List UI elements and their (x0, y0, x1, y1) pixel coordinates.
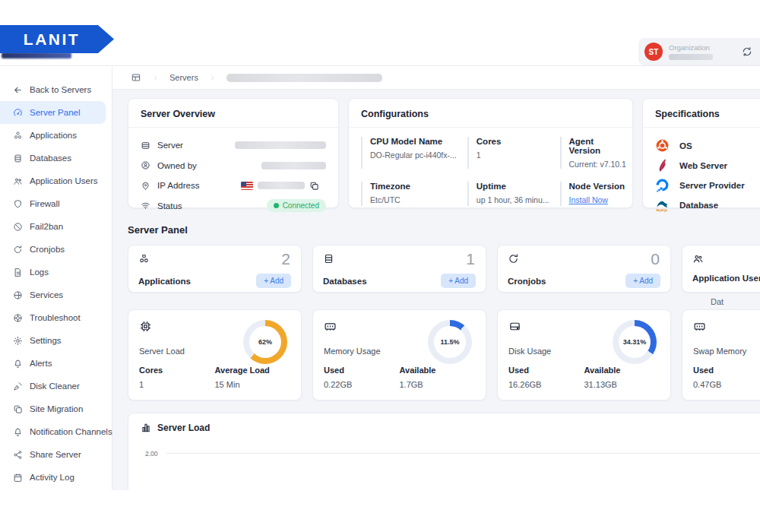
brand-logo-banner[interactable]: LANIT (0, 25, 114, 53)
sidebar-item-services[interactable]: Services (0, 283, 112, 306)
bar-chart-icon (141, 423, 151, 433)
panel-card-databases[interactable]: 1 Databases + Add (312, 245, 486, 293)
overview-row-status: Status Connected (141, 196, 326, 217)
panel-card-applications[interactable]: 2 Applications + Add (128, 245, 302, 293)
cpu-chip-icon (139, 320, 152, 333)
config-cpu-model: CPU Model Name DO-Regular pc-i440fx-... (361, 137, 457, 169)
sidebar-item-alerts[interactable]: Alerts (0, 352, 112, 375)
organization-switcher[interactable]: ST Organization (638, 38, 760, 65)
refresh-icon[interactable] (742, 46, 752, 57)
add-cronjob-button[interactable]: + Add (625, 274, 660, 288)
ram-icon (324, 320, 337, 333)
spec-row-os: OS (655, 136, 760, 155)
specifications-title: Specifications (655, 109, 760, 119)
share-icon (13, 450, 23, 460)
sidebar-item-application-users[interactable]: Application Users (0, 169, 112, 192)
sidebar-item-activity-log[interactable]: Activity Log (0, 466, 112, 489)
sidebar-item-logs[interactable]: Logs (0, 261, 112, 283)
sidebar-item-applications[interactable]: Applications (0, 124, 112, 147)
calendar-icon (13, 473, 23, 483)
gridline (166, 453, 760, 454)
globe-icon (13, 290, 23, 300)
chart-plot-area: 2.00 (141, 450, 760, 490)
config-cores: Cores 1 (467, 137, 549, 169)
spec-row-server-provider: Server Provider (655, 176, 760, 195)
sidebar-item-troubleshoot[interactable]: Troubleshoot (0, 306, 112, 329)
sidebar-item-notification-channels[interactable]: Notification Channels (0, 420, 112, 443)
sidebar-item-settings[interactable]: Settings (0, 329, 112, 352)
bell-icon (13, 427, 23, 437)
content: Server Overview Server Owned by (128, 98, 760, 490)
shield-icon (13, 199, 23, 209)
clipped-data-label: Dat (711, 297, 724, 306)
overview-row-owned-by: Owned by (141, 156, 326, 176)
panel-card-cronjobs[interactable]: 0 Cronjobs + Add (497, 245, 671, 293)
overview-row-server: Server (141, 135, 326, 156)
apache-icon (655, 158, 670, 173)
install-now-link[interactable]: Install Now (569, 195, 608, 204)
sidebar-item-site-migration[interactable]: Site Migration (0, 397, 112, 420)
server-dashboard-page: LANIT ST Organization Back to Servers Se… (0, 0, 760, 532)
redacted-server-name (226, 74, 382, 82)
spec-row-database: MySQL Database (655, 195, 760, 214)
arrow-left-icon (13, 85, 23, 95)
chevron-right-icon (152, 74, 159, 81)
lifebuoy-icon (13, 313, 23, 323)
refresh-icon (508, 253, 519, 264)
disk-usage-donut: 34.31% (613, 320, 657, 364)
main-content: Servers Server Overview Server (112, 66, 760, 490)
gear-icon (13, 336, 23, 346)
server-load-card: Server Load 62% Cores 1 Average Load 1 (128, 309, 302, 401)
grid-icon[interactable] (131, 72, 141, 83)
person-icon (141, 160, 150, 170)
svg-text:MySQL: MySQL (657, 208, 668, 212)
config-timezone: Timezone Etc/UTC (361, 182, 457, 206)
server-load-donut: 62% (243, 320, 287, 364)
hard-drive-icon (508, 320, 521, 333)
applications-count: 2 (281, 250, 290, 268)
memory-usage-donut: 11.5% (428, 320, 472, 364)
breadcrumb-servers[interactable]: Servers (169, 73, 198, 82)
sidebar-item-disk-cleaner[interactable]: Disk Cleaner (0, 375, 112, 397)
sidebar-item-firewall[interactable]: Firewall (0, 192, 112, 215)
ban-icon (13, 222, 23, 232)
y-axis-tick: 2.00 (145, 450, 158, 458)
sidebar-item-fail2ban[interactable]: Fail2ban (0, 215, 112, 238)
panel-card-application-users[interactable]: Application Users (682, 245, 760, 293)
server-load-chart-card: Server Load 2.00 (128, 413, 760, 490)
database-icon (323, 253, 334, 264)
refresh-icon (13, 245, 23, 255)
swap-memory-card: Swap Memory Used 0.47GB (682, 309, 760, 401)
config-uptime: Uptime up 1 hour, 36 minu... (467, 182, 549, 206)
ram-icon (693, 320, 706, 333)
us-flag-icon (241, 182, 253, 190)
mysql-icon: MySQL (655, 198, 670, 212)
users-icon (692, 253, 704, 264)
status-dot (274, 203, 279, 208)
sidebar-item-share-server[interactable]: Share Server (0, 443, 112, 466)
applications-icon (13, 131, 23, 141)
memory-usage-card: Memory Usage 11.5% Used 0.22GB Available (312, 309, 486, 401)
status-badge: Connected (267, 199, 326, 212)
wifi-icon (141, 201, 150, 211)
add-application-button[interactable]: + Add (256, 274, 291, 288)
copy-icon[interactable] (309, 181, 319, 191)
configurations-title: Configurations (361, 109, 620, 119)
organization-avatar: ST (644, 43, 663, 61)
specifications-card: Specifications OS Web Server (642, 98, 760, 208)
add-database-button[interactable]: + Add (441, 274, 476, 288)
sidebar-back-link[interactable]: Back to Servers (0, 78, 112, 101)
cronjobs-count: 0 (651, 250, 660, 268)
config-node-version: Node Version Install Now (560, 182, 626, 206)
server-overview-card: Server Overview Server Owned by (128, 98, 339, 208)
server-panel-section-title: Server Panel (128, 224, 760, 236)
app-body: Back to Servers Server Panel Application… (0, 65, 760, 490)
overview-row-ip: IP Address (141, 176, 326, 196)
sidebar-item-server-panel[interactable]: Server Panel (0, 101, 106, 124)
redacted-organization-name (669, 54, 713, 60)
document-icon (13, 268, 23, 277)
sidebar-item-databases[interactable]: Databases (0, 147, 112, 169)
configurations-card: Configurations CPU Model Name DO-Regular… (348, 98, 633, 208)
sidebar-item-cronjobs[interactable]: Cronjobs (0, 238, 112, 261)
redacted-server-value (235, 141, 326, 149)
